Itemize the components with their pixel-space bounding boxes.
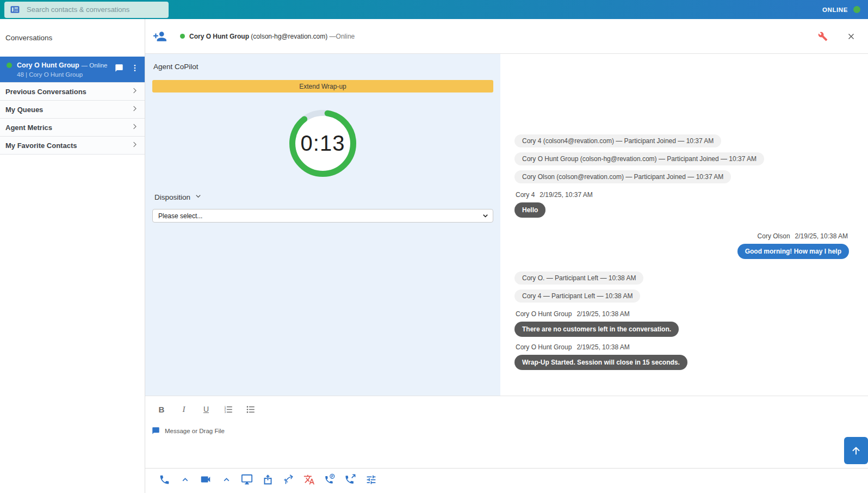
conversation-name: Cory O Hunt Group— Online [17,61,110,69]
agent-status[interactable]: ONLINE [822,6,868,13]
svg-text:3: 3 [225,410,226,414]
message-sender-label: Cory 42/19/25, 10:37 AM [516,191,593,199]
person-add-icon[interactable] [153,29,167,44]
top-bar: ONLINE [0,0,868,19]
presence-dot [7,63,12,68]
message-bubble: Hello [514,202,545,218]
system-event-pill: Cory Olson (colson@revation.com) — Parti… [514,170,731,183]
bullet-list-icon[interactable] [246,404,256,415]
sidebar-item-agent-metrics[interactable]: Agent Metrics [0,119,145,137]
copilot-title: Agent CoPilot [153,63,493,71]
compose-area: B I U 1 2 3 Message or [145,396,868,468]
message-timestamp: 2/19/25, 10:38 AM [795,232,848,240]
conversation-actions [115,64,139,72]
disposition-select[interactable]: Please select... [152,209,493,223]
video-call-icon[interactable] [195,470,216,489]
message-timestamp: 2/19/25, 10:38 AM [576,343,629,351]
transfer-call-icon[interactable] [340,470,361,489]
file-share-icon[interactable] [257,470,278,489]
disposition-toggle[interactable]: Disposition [154,192,493,202]
message-bubble: There are no customers left in the conve… [514,322,679,337]
screen-share-icon[interactable] [237,470,257,489]
system-event-pill: Cory 4 (colson4@revation.com) — Particip… [514,134,721,147]
wrapup-timer-value: 0:13 [288,109,357,178]
message-input[interactable]: Message or Drag File [152,427,868,435]
video-options-chevron-icon[interactable] [216,470,237,489]
conversation-title: Cory O Hunt Group (colson-hg@revation.co… [189,33,355,40]
message-timestamp: 2/19/25, 10:37 AM [540,191,592,199]
conversation-header: Cory O Hunt Group (colson-hg@revation.co… [145,19,868,54]
sidebar-conversation-item-active[interactable]: Cory O Hunt Group— Online 48 | Cory O Hu… [0,57,145,82]
chat-bubble-icon[interactable] [115,64,123,72]
chevron-right-icon [131,122,139,133]
chevron-right-icon [131,140,139,151]
conversation-info: Cory O Hunt Group— Online 48 | Cory O Hu… [17,61,110,78]
sidebar-title: Conversations [0,19,145,57]
status-label: ONLINE [822,7,848,13]
phone-options-chevron-icon[interactable] [175,470,195,489]
close-icon[interactable] [846,32,856,41]
wrapup-timer: 0:13 [288,109,357,178]
chat-message-list: Cory 4 (colson4@revation.com) — Particip… [500,54,868,396]
message-bubble-icon [152,427,160,435]
message-group: Cory 42/19/25, 10:37 AMHello [514,188,594,221]
translate-icon[interactable] [299,470,319,489]
message-placeholder: Message or Drag File [165,428,225,434]
system-event-pill: Cory O. — Participant Left — 10:38 AM [514,272,643,285]
chevron-down-icon [194,192,202,202]
sender-name: Cory Olson [758,232,790,240]
message-bubble: Good morning! How may I help [737,244,849,259]
ai-assist-icon[interactable] [278,470,299,489]
linklive-app: ONLINE Conversations Cory O Hunt Group— … [0,0,868,493]
sidebar-item-my-queues[interactable]: My Queues [0,101,145,119]
message-group: Cory Olson2/19/25, 10:38 AMGood morning!… [737,230,849,263]
directory-phone-icon [10,4,20,15]
call-toolbar: P [145,468,868,493]
wrench-icon[interactable] [818,32,828,41]
chevron-right-icon [131,87,139,97]
system-event-pill: Cory O Hunt Group (colson-hg@revation.co… [514,152,764,165]
global-search[interactable] [4,2,169,18]
presence-dot [180,34,185,39]
search-input[interactable] [26,5,163,14]
italic-icon[interactable]: I [179,404,189,415]
message-bubble: Wrap-Up Started. Session will close in 1… [514,355,687,370]
sender-name: Cory O Hunt Group [516,343,572,351]
chevron-right-icon [131,104,139,115]
park-call-icon[interactable]: P [319,470,340,489]
sidebar-item-my-favorite-contacts[interactable]: My Favorite Contacts [0,137,145,155]
svg-text:P: P [331,474,334,478]
sender-name: Cory 4 [516,191,535,199]
format-toolbar: B I U 1 2 3 [145,396,868,415]
status-online-dot [853,6,860,13]
extend-wrapup-button[interactable]: Extend Wrap-up [152,80,493,93]
more-vert-icon[interactable] [131,64,139,72]
sidebar: Conversations Cory O Hunt Group— Online … [0,19,145,493]
scroll-to-top-icon [850,445,862,457]
phone-icon[interactable] [154,470,175,489]
underline-icon[interactable]: U [201,404,211,415]
sidebar-item-previous-conversations[interactable]: Previous Conversations [0,83,145,101]
sender-name: Cory O Hunt Group [516,310,572,318]
message-sender-label: Cory O Hunt Group2/19/25, 10:38 AM [516,310,630,318]
conversation-status: —Online [330,33,355,40]
conversation-subtitle: 48 | Cory O Hunt Group [17,71,110,78]
bold-icon[interactable]: B [157,404,166,415]
system-event-pill: Cory 4 — Participant Left — 10:38 AM [514,289,640,303]
message-sender-label: Cory O Hunt Group2/19/25, 10:38 AM [516,343,630,351]
sidebar-sections: Previous Conversations My Queues Agent M… [0,82,145,155]
conversation-presence: — Online [82,62,108,69]
message-group: Cory O Hunt Group2/19/25, 10:38 AMWrap-U… [514,341,687,374]
settings-sliders-icon[interactable] [361,470,381,489]
message-group: Cory O Hunt Group2/19/25, 10:38 AMThere … [514,307,679,341]
agent-copilot-panel: Agent CoPilot Extend Wrap-up 0:13 Dispos… [145,54,500,396]
scroll-to-top-button[interactable] [844,437,868,464]
message-timestamp: 2/19/25, 10:38 AM [576,310,629,318]
message-sender-label: Cory Olson2/19/25, 10:38 AM [758,232,848,240]
ordered-list-icon[interactable]: 1 2 3 [224,404,233,415]
